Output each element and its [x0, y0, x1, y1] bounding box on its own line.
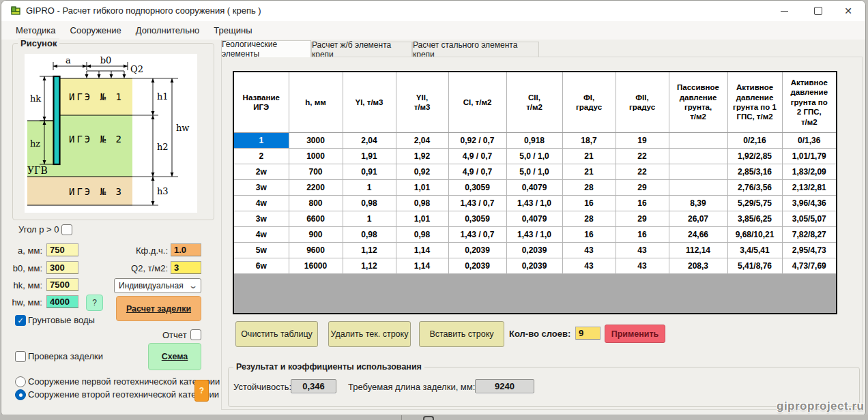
minimize-button[interactable]	[768, 1, 800, 21]
grid-cell[interactable]: 1	[234, 133, 289, 149]
grid-cell[interactable]: 16	[562, 227, 616, 243]
grid-cell[interactable]: 0,2039	[448, 243, 506, 258]
grid-cell[interactable]: 2,95/4,73	[782, 243, 836, 258]
grid-cell[interactable]: 43	[616, 258, 669, 274]
grid-cell[interactable]: 4,9 / 0,7	[448, 149, 506, 164]
grid-cell[interactable]: 0,2039	[506, 258, 562, 274]
material-combobox[interactable]: Индивидуальная ⌄	[114, 278, 201, 293]
grid-cell[interactable]: 18,7	[562, 133, 616, 149]
a-input[interactable]	[46, 243, 78, 256]
menu-item-metodika[interactable]: Методика	[16, 25, 56, 35]
tab-steel-element[interactable]: Расчет стального элемента крепи	[412, 42, 539, 57]
tab-rc-element[interactable]: Расчет ж/б элемента крепи	[311, 42, 412, 57]
grid-cell[interactable]: 26,07	[669, 211, 727, 227]
grid-cell[interactable]: 0,3059	[448, 211, 506, 227]
category-first-radio[interactable]	[15, 376, 26, 387]
groundwater-checkbox[interactable]: ✓	[15, 315, 26, 326]
grid-cell[interactable]: 1,14	[396, 258, 448, 274]
grid-header-cell[interactable]: YI, т/м3	[343, 72, 396, 133]
calc-embedment-button[interactable]: Расчет заделки	[116, 296, 201, 321]
tab-geological-elements[interactable]: Геологические элементы	[221, 40, 311, 57]
grid-cell[interactable]: 0,91	[343, 164, 396, 180]
grid-header-cell[interactable]: YII, т/м3	[396, 72, 448, 133]
grid-cell[interactable]: 0,98	[396, 196, 448, 211]
grid-cell[interactable]	[669, 164, 727, 180]
grid-cell[interactable]: 43	[616, 243, 669, 258]
grid-header-cell[interactable]: h, мм	[289, 72, 343, 133]
grid-header-cell[interactable]: CI, т/м2	[448, 72, 506, 133]
grid-cell[interactable]: 28	[562, 211, 616, 227]
grid-cell[interactable]: 21	[562, 149, 616, 164]
grid-cell[interactable]: 1,91	[343, 149, 396, 164]
grid-header-cell[interactable]: CII, т/м2	[506, 72, 562, 133]
hk-input[interactable]	[46, 278, 78, 291]
grid-cell[interactable]: 16	[616, 227, 669, 243]
grid-cell[interactable]: 0,2039	[448, 258, 506, 274]
grid-cell[interactable]: 1,01/1,79	[782, 149, 836, 164]
grid-cell[interactable]: 0,92	[396, 164, 448, 180]
grid-cell[interactable]: 16	[616, 196, 669, 211]
kf-input[interactable]	[171, 243, 201, 256]
grid-header-cell[interactable]: Активное давление грунта по 2 ГПС, т/м2	[782, 72, 836, 133]
grid-cell[interactable]: 5,0 / 1,0	[506, 164, 562, 180]
grid-cell[interactable]: 5,29/5,75	[727, 196, 782, 211]
clear-table-button[interactable]: Очистить таблицу	[235, 321, 318, 347]
grid-cell[interactable]: 700	[289, 164, 343, 180]
grid-cell[interactable]: 1,43 / 0,7	[448, 227, 506, 243]
grid-cell[interactable]: 24,66	[669, 227, 727, 243]
grid-cell[interactable]: 0,92 / 0,7	[448, 133, 506, 149]
grid-cell[interactable]: 0,98	[343, 227, 396, 243]
close-button[interactable]: ✕	[833, 1, 864, 21]
grid-cell[interactable]: 2,13/2,81	[782, 180, 836, 196]
grid-cell[interactable]: 16	[562, 196, 616, 211]
grid-cell[interactable]: 4w	[234, 227, 289, 243]
grid-cell[interactable]: 208,3	[669, 258, 727, 274]
grid-cell[interactable]: 5w	[234, 243, 289, 258]
grid-cell[interactable]: 2,76/3,56	[727, 180, 782, 196]
b0-input[interactable]	[46, 261, 78, 274]
grid-cell[interactable]	[669, 180, 727, 196]
grid-cell[interactable]: 112,14	[669, 243, 727, 258]
grid-cell[interactable]: 1,01	[396, 211, 448, 227]
grid-cell[interactable]: 0,4079	[506, 211, 562, 227]
grid-cell[interactable]: 2w	[234, 164, 289, 180]
grid-cell[interactable]: 1,92/2,85	[727, 149, 782, 164]
grid-cell[interactable]: 3,96/4,36	[782, 196, 836, 211]
grid-cell[interactable]: 1	[343, 180, 396, 196]
grid-cell[interactable]: 7,82/8,27	[782, 227, 836, 243]
grid-cell[interactable]: 43	[562, 243, 616, 258]
grid-cell[interactable]: 43	[562, 258, 616, 274]
geological-table[interactable]: Название ИГЭh, ммYI, т/м3YII, т/м3CI, т/…	[234, 72, 836, 274]
grid-cell[interactable]: 2,85/3,16	[727, 164, 782, 180]
title-bar[interactable]: GIPRO - Расчет гибкого подпорного сооруж…	[1, 1, 865, 21]
menu-item-dopolnitelno[interactable]: Дополнительно	[136, 25, 200, 35]
grid-cell[interactable]: 0,98	[396, 227, 448, 243]
grid-cell[interactable]: 0,918	[506, 133, 562, 149]
grid-cell[interactable]: 3,85/6,25	[727, 211, 782, 227]
grid-cell[interactable]: 1,12	[343, 258, 396, 274]
embedment-check-checkbox[interactable]	[15, 351, 26, 362]
grid-cell[interactable]: 800	[289, 196, 343, 211]
grid-cell[interactable]: 2	[234, 149, 289, 164]
grid-cell[interactable]: 21	[562, 164, 616, 180]
grid-header-cell[interactable]: ФI, градус	[562, 72, 616, 133]
grid-cell[interactable]	[669, 133, 727, 149]
category-second-radio[interactable]	[15, 389, 26, 400]
grid-cell[interactable]: 0,4079	[506, 180, 562, 196]
grid-cell[interactable]: 6600	[289, 211, 343, 227]
grid-cell[interactable]: 900	[289, 227, 343, 243]
grid-cell[interactable]: 0,98	[343, 196, 396, 211]
hw-input[interactable]	[46, 295, 78, 308]
grid-cell[interactable]: 1,43 / 1,0	[506, 227, 562, 243]
grid-cell[interactable]: 2200	[289, 180, 343, 196]
grid-cell[interactable]: 0/1,36	[782, 133, 836, 149]
grid-cell[interactable]: 1,43 / 0,7	[448, 196, 506, 211]
maximize-button[interactable]	[802, 1, 834, 21]
layers-count-input[interactable]	[575, 327, 601, 340]
insert-row-button[interactable]: Вставить строку	[419, 321, 504, 347]
grid-cell[interactable]: 28	[562, 180, 616, 196]
menu-item-treshchiny[interactable]: Трещины	[214, 25, 252, 35]
grid-cell[interactable]: 4,73/7,69	[782, 258, 836, 274]
category-help-button[interactable]: ?	[194, 380, 209, 402]
grid-header-cell[interactable]: Активное давление грунта по 1 ГПС, т/м2	[727, 72, 782, 133]
